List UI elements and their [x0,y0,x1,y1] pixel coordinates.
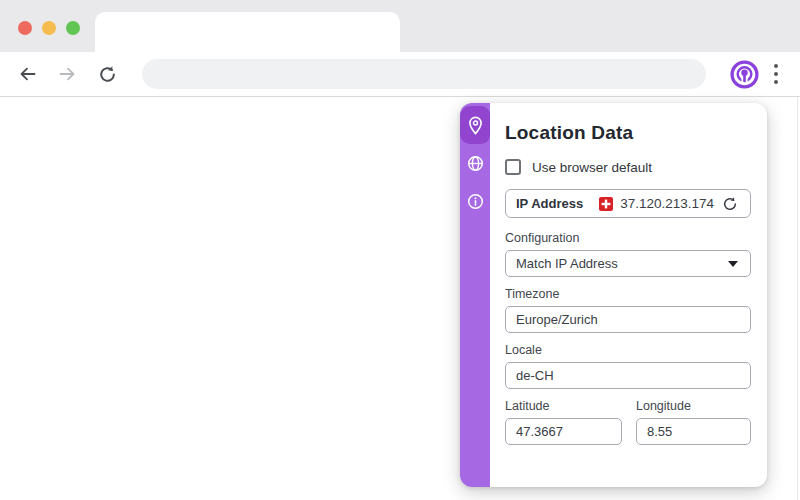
ip-address-value: 37.120.213.174 [620,196,714,211]
configuration-label: Configuration [505,231,751,245]
use-browser-default-row: Use browser default [505,159,751,175]
refresh-icon [722,196,738,212]
kebab-dot [774,80,778,84]
reload-icon [98,65,117,84]
reload-button[interactable] [94,61,120,87]
globe-icon [467,155,484,172]
kebab-dot [774,72,778,76]
back-arrow-icon [18,65,37,83]
longitude-label: Longitude [636,399,751,413]
refresh-ip-button[interactable] [720,194,740,214]
close-window-button[interactable] [18,21,32,35]
info-icon [467,193,484,210]
forward-button[interactable] [54,61,80,87]
popup-title: Location Data [505,122,751,144]
popup-content: Location Data Use browser default IP Add… [490,103,767,487]
kebab-dot [774,64,778,68]
latitude-label: Latitude [505,399,622,413]
browser-toolbar [0,52,800,97]
coordinates-row: Latitude Longitude [505,389,751,445]
scrollbar-track [797,97,798,500]
timezone-input[interactable] [505,306,751,333]
chevron-down-icon [728,261,738,267]
ip-address-label: IP Address [516,196,583,211]
sidebar-item-info[interactable] [460,182,490,220]
configuration-select[interactable]: Match IP Address [505,250,751,277]
maximize-window-button[interactable] [66,21,80,35]
minimize-window-button[interactable] [42,21,56,35]
window-controls [18,21,80,35]
popup-sidebar [460,103,490,487]
longitude-input[interactable] [636,418,751,445]
forward-arrow-icon [58,65,77,83]
tab-strip [0,0,800,52]
longitude-field: Longitude [636,389,751,445]
back-button[interactable] [14,61,40,87]
ip-address-row: IP Address 37.120.213.174 [505,189,751,218]
extension-popup: Location Data Use browser default IP Add… [460,103,767,487]
sidebar-item-location[interactable] [460,106,490,144]
locale-label: Locale [505,343,751,357]
timezone-label: Timezone [505,287,751,301]
configuration-selected-value: Match IP Address [516,256,618,271]
address-bar[interactable] [142,59,706,89]
browser-tab[interactable] [95,12,400,52]
sidebar-item-globe[interactable] [460,144,490,182]
page-content: Location Data Use browser default IP Add… [0,97,800,500]
privacy-extension-icon [729,59,760,90]
browser-menu-button[interactable] [766,58,786,90]
latitude-field: Latitude [505,389,622,445]
privacy-extension-button[interactable] [728,58,760,90]
use-browser-default-label: Use browser default [532,160,652,175]
location-pin-icon [467,116,484,135]
locale-input[interactable] [505,362,751,389]
latitude-input[interactable] [505,418,622,445]
use-browser-default-checkbox[interactable] [505,159,521,175]
switzerland-flag-icon [599,197,613,211]
